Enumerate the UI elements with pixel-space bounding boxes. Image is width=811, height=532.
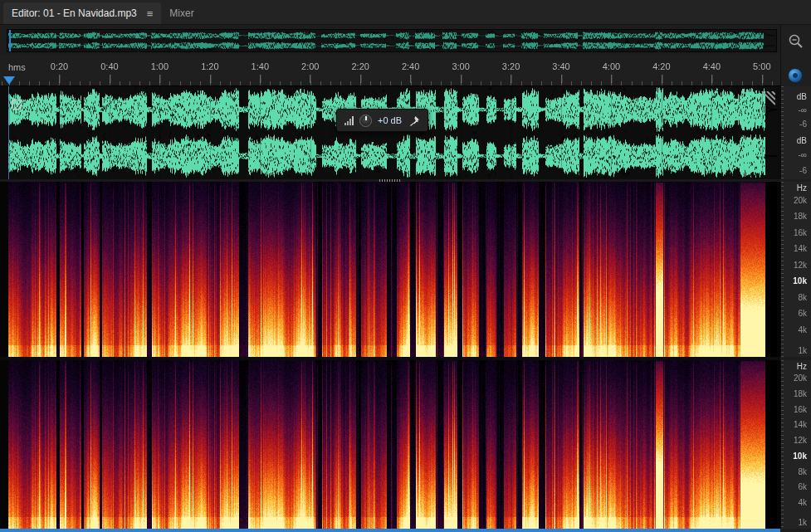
- hz-scale-label: 8k: [798, 293, 807, 302]
- spectrogram-canvas-1[interactable]: [8, 182, 777, 357]
- time-label: 5:00: [753, 61, 770, 71]
- corner-handle-icon[interactable]: [12, 100, 22, 110]
- time-label: 4:40: [703, 61, 721, 71]
- hz-scale-label: 1k: [798, 345, 807, 354]
- hz-scale-label: 10k: [793, 276, 807, 286]
- hz-scale-label: 14k: [794, 244, 807, 253]
- zoom-navigator-row: [0, 25, 780, 55]
- spectrogram-channel-2: [0, 360, 780, 529]
- timeline-ruler[interactable]: hms 0:20 0:40 1:00 1:20 1:40 2:00 2:20 2…: [0, 55, 780, 86]
- hz-scale-label: 6k: [798, 309, 807, 318]
- time-label: 0:40: [100, 61, 118, 71]
- db-unit-label: dB: [797, 135, 807, 144]
- panel-tab-bar: Editor: 01 - En Navidad.mp3 ≡ Mixer: [0, 0, 811, 25]
- time-label: 0:20: [51, 61, 68, 71]
- hz-scale-label: 18k: [794, 212, 807, 221]
- time-label: 3:20: [502, 61, 520, 71]
- tab-mixer[interactable]: Mixer: [161, 2, 202, 24]
- hz-scale-label: 16k: [794, 227, 807, 237]
- hz-scale-label: 18k: [794, 388, 807, 398]
- pin-icon[interactable]: [409, 115, 420, 126]
- db-scale-label: -6: [799, 119, 807, 128]
- db-unit-label: dB: [797, 92, 807, 101]
- db-scale-label: -∞: [799, 149, 807, 159]
- hz-scale-label: 10k: [793, 451, 807, 460]
- tab-editor[interactable]: Editor: 01 - En Navidad.mp3 ≡: [3, 2, 161, 24]
- frequency-scale-1[interactable]: Hz 20k 18k 16k 14k 12k 10k 8k 6k 4k 1k: [780, 182, 811, 357]
- level-bars-icon: [344, 116, 354, 125]
- amplitude-scale[interactable]: dB -∞ -6 dB -∞ -6: [780, 86, 811, 179]
- mixer-tab-label: Mixer: [169, 7, 193, 19]
- monitor-knob-icon[interactable]: [788, 68, 803, 83]
- time-label: 1:20: [201, 61, 218, 71]
- gain-hud[interactable]: +0 dB: [336, 109, 428, 132]
- hz-scale-label: 1k: [798, 517, 807, 526]
- frequency-scale-2[interactable]: Hz 20k 18k 16k 14k 12k 10k 8k 6k 4k 1k: [780, 360, 811, 529]
- overview-playhead[interactable]: [9, 30, 11, 51]
- overview-scroll-strip[interactable]: [7, 29, 777, 52]
- time-label: 1:00: [151, 61, 169, 71]
- gain-value-label: +0 dB: [378, 115, 402, 125]
- hz-unit-label: Hz: [797, 362, 807, 371]
- hz-unit-label: Hz: [797, 183, 807, 193]
- time-label: 3:40: [552, 61, 569, 71]
- hz-scale-label: 12k: [794, 436, 807, 445]
- db-scale-label: -6: [799, 165, 807, 174]
- playhead-line: [8, 86, 9, 179]
- ruler-ticks: 0:20 0:40 1:00 1:20 1:40 2:00 2:20 2:40 …: [0, 55, 780, 85]
- zoom-out-icon[interactable]: [788, 33, 804, 50]
- hz-scale-label: 14k: [794, 420, 807, 429]
- panel-menu-icon[interactable]: ≡: [147, 7, 154, 20]
- editor-tab-label: Editor: 01 - En Navidad.mp3: [12, 7, 137, 19]
- hz-scale-label: 6k: [798, 482, 807, 491]
- time-label: 3:00: [452, 61, 469, 71]
- db-scale-label: -∞: [799, 105, 807, 115]
- selection-bottom-line: [0, 529, 780, 532]
- hz-scale-label: 20k: [794, 195, 807, 204]
- hz-scale-label: 12k: [794, 261, 807, 270]
- spectrogram-canvas-2[interactable]: [8, 360, 777, 529]
- hz-scale-label: 20k: [794, 373, 807, 383]
- hz-scale-label: 8k: [798, 466, 807, 476]
- hz-scale-label: 4k: [798, 498, 807, 507]
- time-label: 2:00: [301, 61, 319, 71]
- right-top-column: [780, 25, 811, 86]
- gain-knob[interactable]: [359, 115, 372, 127]
- playhead-marker[interactable]: [3, 76, 15, 85]
- corner-grip-icon[interactable]: [760, 91, 775, 106]
- waveform-canvas[interactable]: [8, 86, 777, 179]
- time-label: 2:20: [351, 61, 369, 71]
- time-label: 1:40: [252, 61, 269, 71]
- time-label: 4:00: [603, 61, 620, 71]
- hz-scale-label: 16k: [794, 404, 807, 413]
- time-label: 2:40: [402, 61, 419, 71]
- hz-scale-label: 4k: [798, 325, 807, 334]
- overview-waveform-canvas[interactable]: [8, 31, 775, 51]
- audition-editor-window: Editor: 01 - En Navidad.mp3 ≡ Mixer hms …: [0, 0, 811, 532]
- spectrogram-channel-1: [0, 182, 780, 357]
- time-label: 4:20: [652, 61, 670, 71]
- waveform-display: +0 dB: [0, 86, 780, 179]
